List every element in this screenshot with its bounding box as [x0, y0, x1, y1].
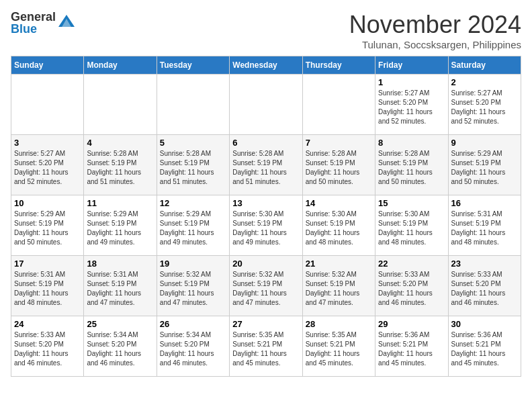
day-number: 17 [14, 259, 81, 269]
calendar-cell: 7Sunrise: 5:28 AM Sunset: 5:19 PM Daylig… [302, 135, 375, 195]
calendar-cell: 1Sunrise: 5:27 AM Sunset: 5:20 PM Daylig… [375, 75, 448, 135]
col-header-tuesday: Tuesday [157, 56, 229, 75]
day-info: Sunrise: 5:31 AM Sunset: 5:19 PM Dayligh… [451, 210, 518, 247]
calendar-cell: 27Sunrise: 5:35 AM Sunset: 5:21 PM Dayli… [230, 316, 302, 377]
logo-icon [57, 13, 76, 32]
calendar-cell: 11Sunrise: 5:29 AM Sunset: 5:19 PM Dayli… [84, 195, 157, 256]
calendar-week-row: 17Sunrise: 5:31 AM Sunset: 5:19 PM Dayli… [11, 256, 521, 316]
logo-blue: Blue [11, 23, 56, 35]
day-number: 4 [87, 138, 153, 148]
day-info: Sunrise: 5:28 AM Sunset: 5:19 PM Dayligh… [378, 149, 445, 187]
day-info: Sunrise: 5:28 AM Sunset: 5:19 PM Dayligh… [87, 149, 153, 187]
day-number: 11 [87, 198, 153, 208]
calendar-cell [84, 75, 157, 135]
day-info: Sunrise: 5:32 AM Sunset: 5:19 PM Dayligh… [160, 270, 226, 308]
day-info: Sunrise: 5:27 AM Sunset: 5:20 PM Dayligh… [14, 149, 81, 187]
page-header: General Blue November 2024 Tulunan, Socc… [11, 11, 521, 50]
calendar-cell: 8Sunrise: 5:28 AM Sunset: 5:19 PM Daylig… [375, 135, 448, 195]
calendar-cell: 13Sunrise: 5:30 AM Sunset: 5:19 PM Dayli… [230, 195, 302, 256]
day-info: Sunrise: 5:33 AM Sunset: 5:20 PM Dayligh… [14, 330, 81, 368]
calendar-week-row: 1Sunrise: 5:27 AM Sunset: 5:20 PM Daylig… [11, 75, 521, 135]
day-number: 2 [451, 77, 518, 87]
day-number: 28 [306, 319, 372, 329]
day-info: Sunrise: 5:29 AM Sunset: 5:19 PM Dayligh… [87, 210, 153, 247]
day-number: 23 [451, 259, 518, 269]
day-info: Sunrise: 5:30 AM Sunset: 5:19 PM Dayligh… [306, 210, 372, 247]
day-number: 22 [378, 259, 445, 269]
calendar-cell: 6Sunrise: 5:28 AM Sunset: 5:19 PM Daylig… [230, 135, 302, 195]
calendar-cell [302, 75, 375, 135]
day-info: Sunrise: 5:29 AM Sunset: 5:19 PM Dayligh… [14, 210, 81, 247]
day-info: Sunrise: 5:31 AM Sunset: 5:19 PM Dayligh… [87, 270, 153, 308]
calendar-cell: 24Sunrise: 5:33 AM Sunset: 5:20 PM Dayli… [11, 316, 84, 377]
day-number: 7 [306, 138, 372, 148]
calendar-cell: 23Sunrise: 5:33 AM Sunset: 5:20 PM Dayli… [448, 256, 521, 316]
day-info: Sunrise: 5:29 AM Sunset: 5:19 PM Dayligh… [160, 210, 226, 247]
calendar-cell: 15Sunrise: 5:30 AM Sunset: 5:19 PM Dayli… [375, 195, 448, 256]
day-number: 16 [451, 198, 518, 208]
logo-general: General [11, 11, 56, 23]
calendar-cell: 16Sunrise: 5:31 AM Sunset: 5:19 PM Dayli… [448, 195, 521, 256]
day-number: 19 [160, 259, 226, 269]
day-info: Sunrise: 5:35 AM Sunset: 5:21 PM Dayligh… [306, 330, 372, 368]
calendar-cell: 5Sunrise: 5:28 AM Sunset: 5:19 PM Daylig… [157, 135, 229, 195]
calendar-cell: 17Sunrise: 5:31 AM Sunset: 5:19 PM Dayli… [11, 256, 84, 316]
calendar-week-row: 3Sunrise: 5:27 AM Sunset: 5:20 PM Daylig… [11, 135, 521, 195]
day-info: Sunrise: 5:36 AM Sunset: 5:21 PM Dayligh… [378, 330, 445, 368]
calendar-cell: 21Sunrise: 5:32 AM Sunset: 5:19 PM Dayli… [302, 256, 375, 316]
day-info: Sunrise: 5:32 AM Sunset: 5:19 PM Dayligh… [306, 270, 372, 308]
day-number: 15 [378, 198, 445, 208]
day-info: Sunrise: 5:28 AM Sunset: 5:19 PM Dayligh… [306, 149, 372, 187]
day-number: 21 [306, 259, 372, 269]
logo: General Blue [11, 11, 76, 35]
day-number: 13 [232, 198, 299, 208]
day-number: 27 [232, 319, 299, 329]
calendar-cell: 20Sunrise: 5:32 AM Sunset: 5:19 PM Dayli… [230, 256, 302, 316]
day-info: Sunrise: 5:31 AM Sunset: 5:19 PM Dayligh… [14, 270, 81, 308]
day-info: Sunrise: 5:28 AM Sunset: 5:19 PM Dayligh… [232, 149, 299, 187]
day-number: 18 [87, 259, 153, 269]
title-area: November 2024 Tulunan, Soccsksargen, Phi… [349, 11, 521, 50]
day-info: Sunrise: 5:30 AM Sunset: 5:19 PM Dayligh… [378, 210, 445, 247]
day-number: 12 [160, 198, 226, 208]
col-header-sunday: Sunday [11, 56, 84, 75]
day-info: Sunrise: 5:34 AM Sunset: 5:20 PM Dayligh… [160, 330, 226, 368]
calendar-week-row: 10Sunrise: 5:29 AM Sunset: 5:19 PM Dayli… [11, 195, 521, 256]
col-header-saturday: Saturday [448, 56, 521, 75]
calendar-cell: 19Sunrise: 5:32 AM Sunset: 5:19 PM Dayli… [157, 256, 229, 316]
day-info: Sunrise: 5:30 AM Sunset: 5:19 PM Dayligh… [232, 210, 299, 247]
calendar-week-row: 24Sunrise: 5:33 AM Sunset: 5:20 PM Dayli… [11, 316, 521, 377]
day-info: Sunrise: 5:32 AM Sunset: 5:19 PM Dayligh… [232, 270, 299, 308]
col-header-thursday: Thursday [302, 56, 375, 75]
calendar-cell: 18Sunrise: 5:31 AM Sunset: 5:19 PM Dayli… [84, 256, 157, 316]
day-info: Sunrise: 5:33 AM Sunset: 5:20 PM Dayligh… [378, 270, 445, 308]
calendar-cell: 22Sunrise: 5:33 AM Sunset: 5:20 PM Dayli… [375, 256, 448, 316]
calendar-table: SundayMondayTuesdayWednesdayThursdayFrid… [11, 56, 521, 377]
calendar-cell [11, 75, 84, 135]
calendar-cell: 25Sunrise: 5:34 AM Sunset: 5:20 PM Dayli… [84, 316, 157, 377]
day-number: 20 [232, 259, 299, 269]
month-title: November 2024 [349, 11, 521, 39]
calendar-cell [230, 75, 302, 135]
calendar-cell: 3Sunrise: 5:27 AM Sunset: 5:20 PM Daylig… [11, 135, 84, 195]
day-info: Sunrise: 5:33 AM Sunset: 5:20 PM Dayligh… [451, 270, 518, 308]
day-number: 9 [451, 138, 518, 148]
calendar-cell: 2Sunrise: 5:27 AM Sunset: 5:20 PM Daylig… [448, 75, 521, 135]
day-number: 29 [378, 319, 445, 329]
col-header-wednesday: Wednesday [230, 56, 302, 75]
day-info: Sunrise: 5:35 AM Sunset: 5:21 PM Dayligh… [232, 330, 299, 368]
col-header-monday: Monday [84, 56, 157, 75]
location-subtitle: Tulunan, Soccsksargen, Philippines [349, 39, 521, 50]
day-number: 8 [378, 138, 445, 148]
calendar-cell: 30Sunrise: 5:36 AM Sunset: 5:21 PM Dayli… [448, 316, 521, 377]
day-number: 1 [378, 77, 445, 87]
day-info: Sunrise: 5:28 AM Sunset: 5:19 PM Dayligh… [160, 149, 226, 187]
calendar-cell: 10Sunrise: 5:29 AM Sunset: 5:19 PM Dayli… [11, 195, 84, 256]
day-info: Sunrise: 5:29 AM Sunset: 5:19 PM Dayligh… [451, 149, 518, 187]
day-info: Sunrise: 5:36 AM Sunset: 5:21 PM Dayligh… [451, 330, 518, 368]
day-number: 10 [14, 198, 81, 208]
calendar-cell: 14Sunrise: 5:30 AM Sunset: 5:19 PM Dayli… [302, 195, 375, 256]
day-info: Sunrise: 5:27 AM Sunset: 5:20 PM Dayligh… [451, 89, 518, 126]
day-number: 24 [14, 319, 81, 329]
calendar-cell: 4Sunrise: 5:28 AM Sunset: 5:19 PM Daylig… [84, 135, 157, 195]
